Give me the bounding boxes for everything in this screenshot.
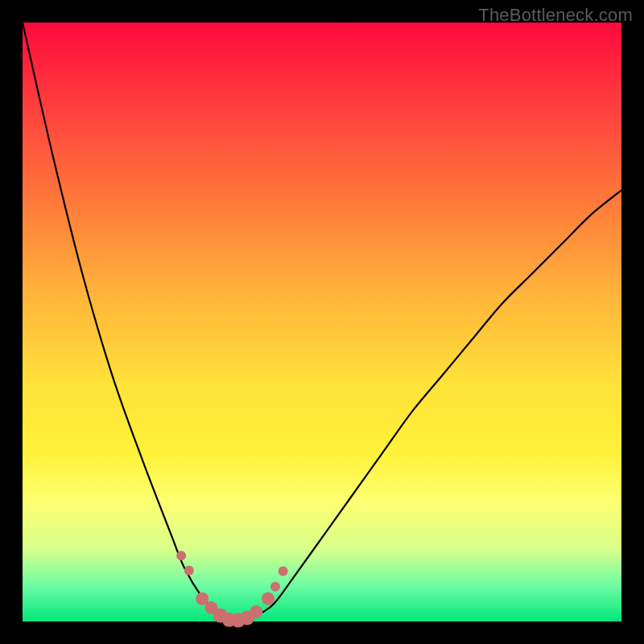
marker-dot xyxy=(262,592,275,605)
marker-dot xyxy=(184,566,194,576)
marker-dot xyxy=(279,567,288,576)
plot-area xyxy=(23,23,621,621)
bottleneck-curve xyxy=(23,23,621,621)
chart-frame: TheBottleneck.com xyxy=(0,0,644,644)
marker-dot xyxy=(270,582,280,592)
marker-dot xyxy=(176,551,186,560)
marker-group xyxy=(176,551,287,627)
marker-dot xyxy=(250,605,262,618)
chart-svg xyxy=(23,23,621,621)
watermark-text: TheBottleneck.com xyxy=(478,5,633,26)
